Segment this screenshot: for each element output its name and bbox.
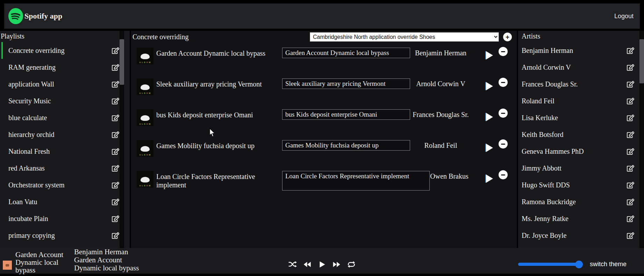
playlist-name: blue calculate — [8, 114, 47, 122]
edit-playlist-button[interactable] — [112, 215, 119, 222]
artists-scrollbar-thumb[interactable] — [639, 39, 644, 83]
theme-control: switch theme — [518, 261, 627, 268]
playlist-item[interactable]: RAM generating — [1, 59, 130, 76]
edit-artist-button[interactable] — [627, 98, 634, 104]
edit-playlist-button[interactable] — [112, 165, 119, 172]
edit-artist-button[interactable] — [627, 182, 634, 188]
add-album-button[interactable]: + — [503, 33, 512, 41]
artist-item: Hugo Swift DDS — [518, 177, 644, 193]
repeat-button[interactable] — [347, 260, 356, 269]
edit-playlist-button[interactable] — [112, 47, 119, 54]
edit-playlist-button[interactable] — [112, 199, 119, 205]
track-title-input[interactable]: bus Kids deposit enterprise Omani — [282, 109, 410, 120]
track-actions — [486, 139, 517, 152]
remove-track-button[interactable] — [499, 78, 508, 87]
top-bar: Spotify app Logout — [4, 4, 640, 29]
minus-icon — [501, 174, 505, 176]
album-select[interactable]: Cambridgeshire North application overrid… — [310, 32, 499, 42]
playlist-name: National Fresh — [8, 147, 50, 156]
playlist-item[interactable]: Orchestrator system — [1, 177, 130, 193]
remove-track-button[interactable] — [499, 139, 508, 149]
playlist-name: red Arkansas — [8, 164, 45, 172]
play-icon — [486, 82, 493, 90]
edit-playlist-button[interactable] — [112, 64, 119, 71]
edit-artist-button[interactable] — [627, 81, 634, 88]
playlist-item[interactable]: incubate Plain — [1, 210, 130, 227]
edit-playlist-button[interactable] — [112, 81, 119, 88]
edit-artist-button[interactable] — [627, 64, 634, 71]
artist-name: Jimmy Abbott — [522, 164, 561, 172]
theme-slider[interactable] — [518, 263, 583, 266]
playlist-item[interactable]: hierarchy orchid — [1, 126, 130, 143]
play-track-button[interactable] — [486, 113, 493, 121]
play-button[interactable] — [317, 260, 327, 269]
remove-track-button[interactable] — [499, 47, 508, 56]
edit-playlist-button[interactable] — [112, 98, 119, 104]
now-playing-title: Garden Account Dynamic local bypass — [15, 251, 69, 274]
edit-icon — [112, 47, 119, 54]
logout-button[interactable]: Logout — [614, 13, 634, 20]
play-track-button[interactable] — [486, 51, 493, 60]
track-title-input[interactable]: Games Mobility fuchsia deposit up — [282, 140, 410, 151]
shuffle-button[interactable] — [288, 260, 297, 269]
previous-button[interactable] — [303, 260, 312, 269]
playlist-item[interactable]: application Wall — [1, 76, 130, 92]
artist-item: Ms. Jenny Ratke — [518, 210, 644, 227]
playlist-item[interactable]: Security Music — [1, 92, 130, 109]
edit-artist-button[interactable] — [627, 115, 634, 121]
edit-icon — [627, 98, 634, 104]
player-bar: Garden Account Dynamic local bypass Benj… — [0, 248, 644, 274]
play-track-button[interactable] — [486, 82, 493, 90]
edit-artist-button[interactable] — [627, 148, 634, 155]
edit-icon — [627, 199, 634, 205]
edit-artist-button[interactable] — [627, 165, 634, 172]
artist-item: Ramona Buckridge — [518, 193, 644, 210]
library-panel: Concrete overriding Cambridgeshire North… — [131, 31, 517, 248]
track-title-input[interactable]: Loan Circle Factors Representative imple… — [282, 171, 430, 191]
edit-icon — [627, 165, 634, 172]
playlists-scrollbar-thumb[interactable] — [120, 39, 124, 85]
artist-item: Dr. Joyce Boyle — [518, 227, 644, 244]
track-title-input[interactable]: Garden Account Dynamic local bypass — [282, 48, 410, 58]
playlists-scrollbar[interactable] — [120, 31, 124, 248]
artist-item: Geneva Hammes PhD — [518, 143, 644, 160]
playlist-name: Loan Vatu — [8, 198, 37, 206]
now-playing: Garden Account Dynamic local bypass Benj… — [0, 248, 146, 274]
edit-artist-button[interactable] — [627, 215, 634, 222]
track-row: bus Kids deposit enterprise Omani bus Ki… — [133, 108, 517, 128]
edit-artist-button[interactable] — [627, 131, 634, 138]
track-actions — [486, 77, 517, 90]
track-title: Sleek auxiliary array pricing Vermont — [153, 77, 282, 88]
track-actions — [486, 46, 517, 60]
edit-artist-button[interactable] — [627, 232, 634, 239]
edit-playlist-button[interactable] — [112, 148, 119, 155]
play-track-button[interactable] — [486, 144, 493, 152]
edit-icon — [112, 199, 119, 205]
playlist-item[interactable]: primary copying — [1, 227, 130, 244]
play-track-button[interactable] — [486, 174, 493, 183]
edit-artist-button[interactable] — [627, 47, 634, 54]
edit-playlist-button[interactable] — [112, 232, 119, 239]
playlist-item[interactable]: Concrete overriding — [1, 42, 130, 59]
next-button[interactable] — [332, 260, 341, 269]
edit-artist-button[interactable] — [627, 199, 634, 205]
track-actions — [486, 108, 517, 121]
artist-name: Ms. Jenny Ratke — [522, 215, 568, 223]
artist-item: Arnold Corwin V — [518, 59, 644, 76]
playlist-item[interactable]: Loan Vatu — [1, 193, 130, 210]
playlist-item[interactable]: red Arkansas — [1, 160, 130, 177]
minus-icon — [501, 51, 505, 53]
edit-playlist-button[interactable] — [112, 131, 119, 138]
edit-playlist-button[interactable] — [112, 115, 119, 121]
artists-panel: Artists Benjamin Herman Arnold Corwin V — [518, 31, 644, 248]
remove-track-button[interactable] — [499, 170, 508, 179]
artists-scrollbar[interactable] — [639, 31, 644, 248]
remove-track-button[interactable] — [499, 109, 508, 118]
app-title: Spotify app — [24, 12, 62, 21]
track-title-input[interactable]: Sleek auxiliary array pricing Vermont — [282, 78, 410, 89]
playlist-item[interactable]: blue calculate — [1, 109, 130, 126]
library-header: Concrete overriding Cambridgeshire North… — [133, 32, 517, 42]
edit-playlist-button[interactable] — [112, 182, 119, 188]
play-icon — [317, 260, 327, 269]
playlist-item[interactable]: National Fresh — [1, 143, 130, 160]
